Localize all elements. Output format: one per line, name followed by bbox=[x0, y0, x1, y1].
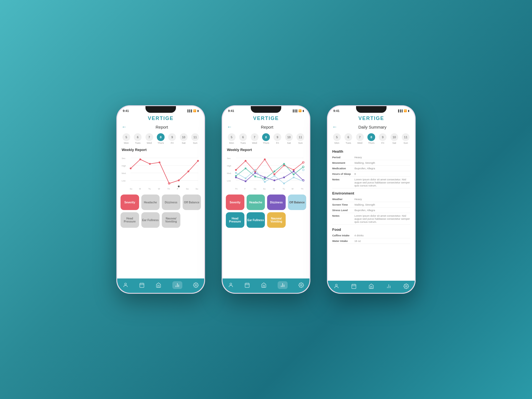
nav-calendar-1[interactable] bbox=[139, 282, 145, 288]
env-value-notes: Lorem ipsum dolor sit amet consectetur. … bbox=[354, 213, 410, 225]
svg-point-72 bbox=[293, 177, 295, 178]
environment-title: Environment bbox=[332, 191, 410, 195]
env-label-notes: Notes bbox=[332, 213, 354, 225]
nav-person-3[interactable] bbox=[334, 283, 339, 289]
svg-text:Th: Th bbox=[301, 188, 303, 190]
svg-point-11 bbox=[158, 162, 160, 163]
nav-home-2[interactable] bbox=[261, 282, 267, 288]
day-item-2-mon[interactable]: 5 Mon bbox=[228, 133, 236, 144]
symptom-nausea[interactable]: Nausea/ Vomiting bbox=[162, 212, 180, 228]
back-button-3[interactable]: ← bbox=[332, 124, 337, 130]
nav-chart-2[interactable] bbox=[278, 281, 288, 289]
day-item-fri[interactable]: 9 Fri bbox=[168, 133, 176, 144]
symptom2-dizziness[interactable]: Dizziness bbox=[267, 195, 286, 210]
chart-container-2: Sev. High Mod. Low bbox=[227, 154, 305, 192]
env-row-stress: Stress Level Ibuprofen, Allegra bbox=[332, 208, 410, 213]
day-label-tues: Tues bbox=[135, 142, 140, 144]
day-item-3-wed[interactable]: 7 Wed bbox=[356, 133, 364, 144]
food-value-water: 16 oz bbox=[354, 238, 410, 244]
day-item-3-fri[interactable]: 9 Fri bbox=[379, 133, 387, 144]
health-label-sleep: Hours of Sleep bbox=[332, 171, 354, 177]
nav-home-1[interactable] bbox=[156, 282, 161, 288]
env-row-notes: Notes Lorem ipsum dolor sit amet consect… bbox=[332, 213, 410, 225]
symptom-empty bbox=[183, 212, 201, 228]
day-item-2-wed[interactable]: 7 Wed bbox=[251, 133, 259, 144]
nav-settings-2[interactable] bbox=[298, 282, 304, 288]
svg-point-68 bbox=[254, 169, 256, 171]
signal-icon: ▐▐▐ bbox=[187, 109, 192, 112]
health-label-period: Period bbox=[332, 155, 354, 160]
svg-point-54 bbox=[273, 170, 275, 172]
day-item-2-thurs[interactable]: 8 Thurs bbox=[262, 133, 270, 144]
health-label-notes: Notes bbox=[332, 177, 354, 188]
symptom2-headache[interactable]: Headache bbox=[247, 195, 265, 210]
env-value-screen: Walking, Strength bbox=[354, 202, 410, 208]
day-item-3-tues[interactable]: 6 Tues bbox=[344, 133, 352, 144]
symptom2-empty bbox=[288, 212, 306, 228]
svg-text:F: F bbox=[244, 188, 246, 190]
time-3: 9:41 bbox=[333, 109, 339, 112]
symptom2-head-pressure[interactable]: Head Pressure bbox=[226, 212, 244, 228]
svg-point-59 bbox=[245, 180, 247, 182]
app-title-2: VERTIGE bbox=[222, 116, 310, 121]
wifi-icon: 🛜 bbox=[193, 109, 196, 112]
svg-text:Tu: Tu bbox=[149, 188, 151, 190]
svg-point-64 bbox=[293, 170, 295, 172]
nav-calendar-3[interactable] bbox=[351, 283, 357, 289]
day-item-thurs[interactable]: 8 Thurs bbox=[157, 133, 165, 144]
symptom2-nausea[interactable]: Nausea/ Vomiting bbox=[267, 212, 286, 228]
chart-2: Sev. High Mod. Low bbox=[222, 154, 310, 192]
notch-2 bbox=[251, 106, 281, 113]
health-row-movement: Movement Walking, Strength bbox=[332, 160, 410, 166]
day-item-2-sat[interactable]: 10 Sat bbox=[285, 133, 293, 144]
day-item-3-sat[interactable]: 10 Sat bbox=[390, 133, 398, 144]
day-num-thurs: 8 bbox=[157, 133, 165, 141]
symptom2-severity[interactable]: Severity bbox=[226, 195, 244, 210]
symptom-headache[interactable]: Headache bbox=[141, 195, 160, 210]
env-row-weather: Weather Heavy bbox=[332, 196, 410, 202]
nav-chart-3[interactable] bbox=[386, 283, 392, 289]
svg-point-73 bbox=[302, 169, 304, 171]
symptom-ear-fullness[interactable]: Ear Fullness bbox=[141, 212, 160, 228]
day-item-3-thurs[interactable]: 8 Thurs bbox=[367, 133, 375, 144]
nav-chart-1[interactable] bbox=[172, 281, 182, 289]
day-item-sat[interactable]: 10 Sat bbox=[180, 133, 188, 144]
day-item-mon[interactable]: 5 Mon bbox=[122, 133, 130, 144]
health-row-notes: Notes Lorem ipsum dolor sit amet consect… bbox=[332, 177, 410, 188]
symptom2-off-balance[interactable]: Off Balance bbox=[288, 195, 306, 210]
svg-text:Sev.: Sev. bbox=[227, 157, 231, 160]
symptom-severity[interactable]: Severity bbox=[121, 195, 139, 210]
nav-person-1[interactable] bbox=[123, 282, 128, 288]
day-item-2-tues[interactable]: 6 Tues bbox=[239, 133, 247, 144]
symptom2-ear-fullness[interactable]: Ear Fullness bbox=[247, 212, 265, 228]
bottom-nav-1 bbox=[117, 278, 204, 293]
svg-text:Sa: Sa bbox=[254, 188, 257, 190]
symptom-off-balance[interactable]: Off Balance bbox=[183, 195, 201, 210]
battery-icon: ▮ bbox=[197, 109, 199, 112]
svg-text:Sev.: Sev. bbox=[122, 157, 126, 160]
nav-settings-3[interactable] bbox=[403, 283, 409, 289]
symptom-head-pressure[interactable]: Head Pressure bbox=[121, 212, 139, 228]
svg-point-70 bbox=[273, 175, 275, 177]
svg-point-62 bbox=[273, 180, 275, 181]
back-button-1[interactable]: ← bbox=[122, 124, 127, 130]
nav-settings-1[interactable] bbox=[193, 282, 199, 288]
svg-text:High: High bbox=[122, 165, 126, 167]
nav-person-2[interactable] bbox=[228, 282, 234, 288]
nav-calendar-2[interactable] bbox=[244, 282, 250, 288]
day-item-3-mon[interactable]: 5 Mon bbox=[333, 133, 341, 144]
app-header-2: VERTIGE bbox=[222, 114, 310, 123]
symptom-dizziness[interactable]: Dizziness bbox=[162, 195, 180, 210]
day-item-2-fri[interactable]: 9 Fri bbox=[273, 133, 281, 144]
day-item-3-sun[interactable]: 11 Sun bbox=[402, 133, 410, 144]
food-section: Food Caffine Intake 4 drinks Water Intak… bbox=[328, 226, 415, 245]
day-item-tues[interactable]: 6 Tues bbox=[134, 133, 142, 144]
day-item-2-sun[interactable]: 11 Sun bbox=[296, 133, 304, 144]
nav-home-3[interactable] bbox=[369, 283, 374, 289]
svg-point-57 bbox=[302, 166, 304, 168]
svg-point-8 bbox=[130, 167, 132, 169]
food-row-caffeine: Caffine Intake 4 drinks bbox=[332, 233, 410, 238]
day-item-sun[interactable]: 11 Sun bbox=[191, 133, 199, 144]
day-item-wed[interactable]: 7 Wed bbox=[145, 133, 153, 144]
back-button-2[interactable]: ← bbox=[227, 124, 232, 130]
